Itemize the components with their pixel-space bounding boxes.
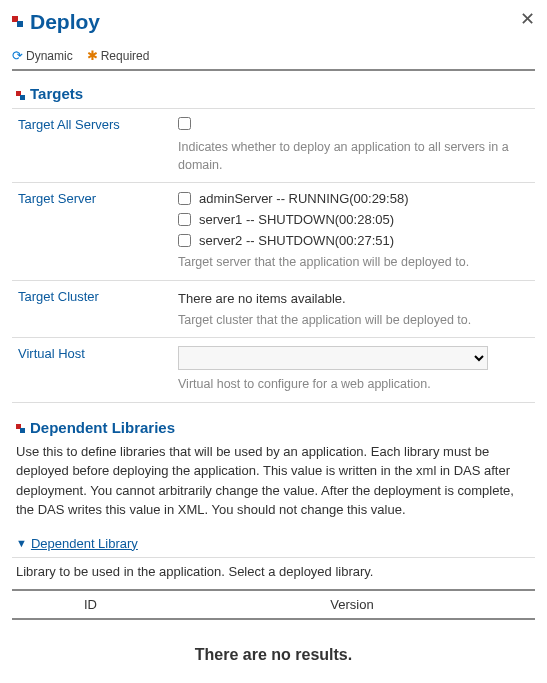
target-server-checkbox-1[interactable] <box>178 213 191 226</box>
lib-table-empty: There are no results. <box>12 619 535 684</box>
close-button[interactable]: ✕ <box>520 10 535 28</box>
dynamic-icon: ⟳ <box>12 48 23 63</box>
dependent-library-desc: Library to be used in the application. S… <box>12 558 535 585</box>
page-title: Deploy <box>30 10 100 34</box>
target-server-item: server1 -- SHUTDOWN(00:28:05) <box>199 212 394 227</box>
legend-bar: ⟳ Dynamic ✱ Required <box>12 48 535 71</box>
virtual-host-label: Virtual Host <box>12 338 172 403</box>
dependent-section-title: Dependent Libraries <box>30 419 175 436</box>
dependent-section-desc: Use this to define libraries that will b… <box>16 442 535 520</box>
target-all-checkbox[interactable] <box>178 117 191 130</box>
target-all-label: Target All Servers <box>12 109 172 183</box>
virtual-host-help: Virtual host to configure for a web appl… <box>178 376 529 394</box>
lib-col-id: ID <box>12 590 169 619</box>
target-cluster-label: Target Cluster <box>12 280 172 338</box>
target-server-checkbox-2[interactable] <box>178 234 191 247</box>
svg-rect-1 <box>17 21 23 27</box>
target-server-item: adminServer -- RUNNING(00:29:58) <box>199 191 409 206</box>
target-cluster-help: Target cluster that the application will… <box>178 312 529 330</box>
target-cluster-value: There are no items available. <box>178 291 529 306</box>
dynamic-label: Dynamic <box>26 49 73 63</box>
dependent-library-link: Dependent Library <box>31 536 138 551</box>
caret-down-icon: ▼ <box>16 537 27 549</box>
required-label: Required <box>101 49 150 63</box>
svg-rect-5 <box>20 428 25 433</box>
required-icon: ✱ <box>87 48 98 63</box>
lib-col-version: Version <box>169 590 535 619</box>
target-server-item: server2 -- SHUTDOWN(00:27:51) <box>199 233 394 248</box>
virtual-host-select[interactable] <box>178 346 488 370</box>
deploy-title-icon <box>12 16 24 28</box>
targets-flag-icon <box>16 89 26 99</box>
target-server-label: Target Server <box>12 183 172 281</box>
svg-rect-3 <box>20 95 25 100</box>
target-server-checkbox-0[interactable] <box>178 192 191 205</box>
dependent-flag-icon <box>16 422 26 432</box>
target-all-help: Indicates whether to deploy an applicati… <box>178 139 529 174</box>
dependent-library-toggle[interactable]: ▼ Dependent Library <box>12 532 535 558</box>
targets-section-title: Targets <box>30 85 83 102</box>
target-server-help: Target server that the application will … <box>178 254 529 272</box>
